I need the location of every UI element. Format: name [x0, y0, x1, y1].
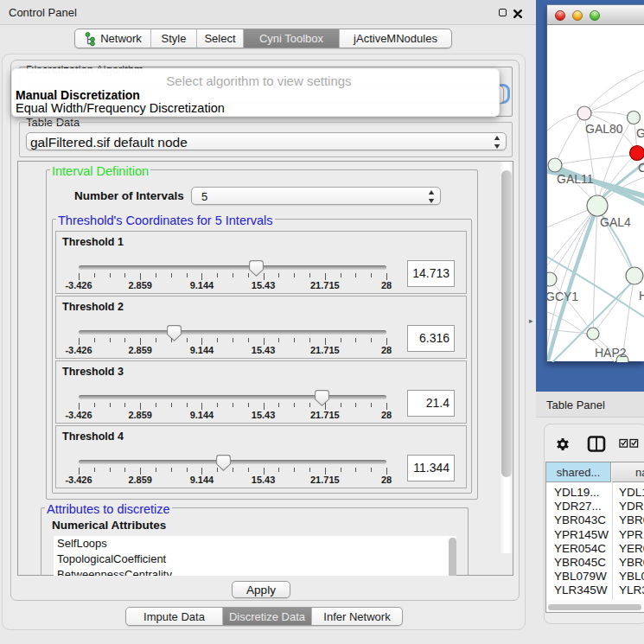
svg-text:GAL80: GAL80 — [585, 122, 623, 136]
svg-text:GAL4: GAL4 — [600, 215, 631, 229]
svg-text:GAL11: GAL11 — [557, 172, 594, 186]
svg-text:H: H — [639, 289, 644, 303]
svg-text:C: C — [638, 161, 644, 175]
svg-text:GA: GA — [636, 126, 644, 140]
svg-text:HAP2: HAP2 — [595, 346, 627, 360]
svg-text:GCY1: GCY1 — [547, 290, 578, 303]
